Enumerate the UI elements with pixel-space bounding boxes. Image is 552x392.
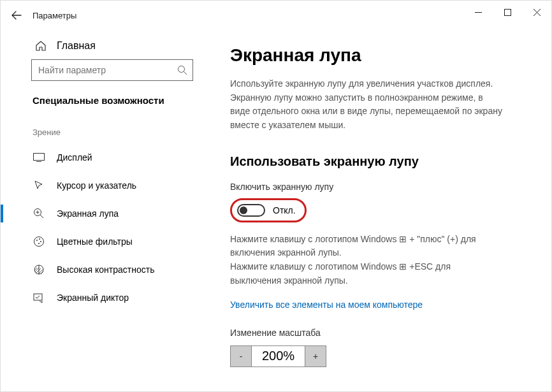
search-input[interactable] <box>38 65 177 75</box>
enable-magnifier-toggle[interactable] <box>237 204 265 217</box>
sidebar-item-display[interactable]: Дисплей <box>1 143 211 171</box>
section-heading-use: Использовать экранную лупу <box>230 154 527 169</box>
sidebar-item-high-contrast[interactable]: Высокая контрастность <box>1 256 211 284</box>
title-bar: Параметры <box>1 1 551 30</box>
svg-point-7 <box>40 241 41 242</box>
cursor-icon <box>33 179 45 192</box>
close-button[interactable] <box>522 1 551 24</box>
search-icon <box>177 65 187 75</box>
back-arrow-icon <box>11 10 22 20</box>
sidebar-item-label: Дисплей <box>57 152 92 163</box>
back-button[interactable] <box>4 3 29 27</box>
sidebar-item-narrator[interactable]: Экранный диктор <box>1 284 211 312</box>
zoom-stepper: - 200% + <box>230 345 527 367</box>
svg-point-6 <box>39 238 40 240</box>
sidebar-item-label: Экранный диктор <box>57 293 129 303</box>
zoom-increase-button[interactable]: + <box>305 345 326 367</box>
magnifier-icon <box>33 207 45 220</box>
sidebar-group-label: Зрение <box>1 120 211 143</box>
sidebar: Главная Специальные возможности Зрение Д… <box>1 30 211 391</box>
minimize-button[interactable] <box>463 1 493 24</box>
hint-enable: Нажмите клавишу с логотипом Windows ⊞ + … <box>230 233 504 260</box>
content-area: Экранная лупа Используйте экранную лупу … <box>211 30 551 391</box>
link-enlarge-all[interactable]: Увеличить все элементы на моем компьютер… <box>230 300 423 310</box>
narrator-icon <box>33 291 45 304</box>
svg-point-4 <box>34 237 44 247</box>
window-controls <box>463 1 551 24</box>
window-title: Параметры <box>33 11 76 20</box>
sidebar-item-label: Курсор и указатель <box>57 180 136 191</box>
sidebar-item-label: Экранная лупа <box>57 208 119 219</box>
zoom-value: 200% <box>252 345 305 367</box>
sidebar-home-label: Главная <box>57 40 96 52</box>
display-icon <box>33 151 45 164</box>
svg-rect-0 <box>504 9 511 15</box>
maximize-button[interactable] <box>493 1 522 24</box>
highlight-annotation: Откл. <box>230 198 307 222</box>
page-description: Используйте экранную лупу для увеличения… <box>230 77 504 133</box>
sidebar-item-magnifier[interactable]: Экранная лупа <box>1 200 211 228</box>
svg-point-1 <box>178 66 185 73</box>
svg-rect-2 <box>34 154 45 161</box>
zoom-decrease-button[interactable]: - <box>230 345 252 367</box>
hint-disable: Нажмите клавишу с логотипом Windows ⊞ +E… <box>230 260 504 287</box>
enable-magnifier-label: Включить экранную лупу <box>230 182 527 192</box>
svg-point-5 <box>36 240 38 241</box>
sidebar-item-color-filters[interactable]: Цветные фильтры <box>1 228 211 256</box>
zoom-label: Изменение масштаба <box>230 328 527 338</box>
svg-point-8 <box>38 243 40 244</box>
sidebar-category: Специальные возможности <box>1 95 211 120</box>
page-title: Экранная лупа <box>230 45 527 66</box>
sidebar-item-home[interactable]: Главная <box>1 38 211 59</box>
palette-icon <box>33 235 45 248</box>
sidebar-item-label: Высокая контрастность <box>57 265 154 275</box>
sidebar-item-cursor[interactable]: Курсор и указатель <box>1 171 211 200</box>
sidebar-item-label: Цветные фильтры <box>57 236 133 247</box>
home-icon <box>35 40 47 52</box>
contrast-icon <box>33 263 45 276</box>
toggle-state-label: Откл. <box>273 205 296 215</box>
search-box[interactable] <box>31 59 193 81</box>
